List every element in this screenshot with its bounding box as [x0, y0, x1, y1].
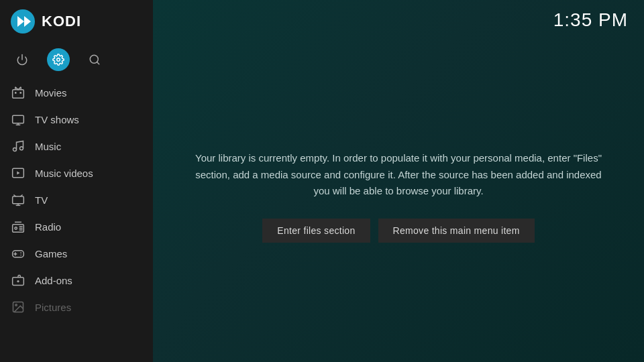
games-icon — [11, 246, 25, 261]
movies-icon — [11, 85, 25, 100]
svg-rect-10 — [15, 92, 17, 94]
radio-label: Radio — [35, 221, 61, 233]
music-icon — [11, 139, 25, 154]
svg-point-24 — [15, 227, 17, 229]
settings-button[interactable] — [47, 48, 70, 71]
tv-label: TV — [35, 194, 48, 206]
sidebar-item-tv[interactable]: TV — [0, 186, 153, 213]
app-name: KODI — [42, 13, 81, 30]
svg-point-36 — [15, 304, 17, 306]
sidebar-item-movies[interactable]: Movies — [0, 79, 153, 106]
sidebar-item-add-ons[interactable]: Add-ons — [0, 267, 153, 294]
svg-marker-18 — [17, 172, 19, 175]
svg-point-16 — [20, 147, 23, 150]
pictures-label: Pictures — [35, 302, 71, 313]
library-empty-text: Your library is currently empty. In orde… — [193, 150, 604, 200]
main-content: 1:35 PM Your library is currently empty.… — [153, 0, 644, 362]
music-label: Music — [35, 141, 61, 152]
tv-shows-label: TV shows — [35, 114, 79, 125]
search-button[interactable] — [83, 48, 106, 71]
movies-label: Movies — [35, 87, 67, 99]
tv-icon — [11, 192, 25, 207]
svg-rect-11 — [20, 92, 22, 94]
add-ons-label: Add-ons — [35, 275, 72, 286]
music-videos-icon — [11, 166, 25, 180]
top-bar: 1:35 PM — [153, 0, 644, 31]
svg-rect-12 — [13, 115, 24, 123]
clock-display: 1:35 PM — [553, 9, 628, 31]
tv-shows-icon — [11, 112, 25, 127]
library-message-panel: Your library is currently empty. In orde… — [193, 150, 604, 243]
sidebar-item-pictures[interactable]: Pictures — [0, 294, 153, 320]
action-buttons: Enter files section Remove this main men… — [193, 219, 604, 243]
pictures-icon — [11, 300, 25, 314]
sidebar-header: KODI — [0, 0, 153, 43]
kodi-logo-icon — [11, 9, 35, 34]
sidebar-item-music-videos[interactable]: Music videos — [0, 160, 153, 186]
power-button[interactable] — [11, 48, 34, 71]
sidebar-item-radio[interactable]: Radio — [0, 213, 153, 240]
enter-files-button[interactable]: Enter files section — [262, 219, 370, 243]
add-ons-icon — [11, 273, 25, 288]
sidebar: KODI — [0, 0, 153, 362]
svg-point-4 — [57, 58, 60, 62]
sidebar-icon-bar — [0, 43, 153, 79]
svg-rect-19 — [13, 196, 24, 204]
games-label: Games — [35, 248, 67, 259]
svg-point-32 — [20, 255, 21, 256]
sidebar-nav: Movies TV shows Music — [0, 79, 153, 362]
svg-point-31 — [20, 252, 21, 253]
sidebar-item-games[interactable]: Games — [0, 240, 153, 267]
radio-icon — [11, 219, 25, 234]
remove-menu-item-button[interactable]: Remove this main menu item — [378, 219, 535, 243]
svg-line-6 — [97, 62, 99, 64]
svg-point-15 — [13, 148, 17, 152]
svg-rect-7 — [13, 90, 24, 99]
content-area: Your library is currently empty. In orde… — [153, 31, 644, 362]
sidebar-item-tv-shows[interactable]: TV shows — [0, 106, 153, 133]
music-videos-label: Music videos — [35, 168, 93, 179]
sidebar-item-music[interactable]: Music — [0, 133, 153, 160]
